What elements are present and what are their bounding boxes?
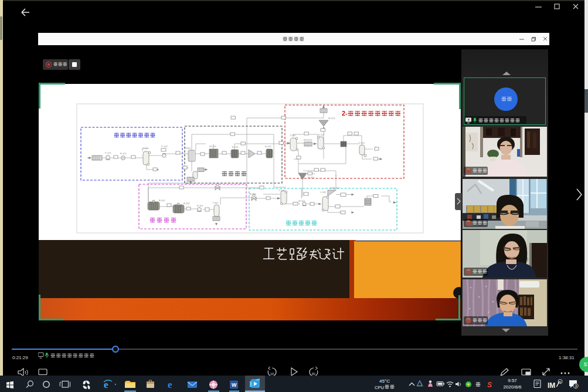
svg-text:Y-401: Y-401 (212, 201, 219, 204)
svg-text:9:57: 9:57 (508, 378, 517, 383)
svg-text:B-101: B-101 (120, 152, 127, 155)
svg-text:S: S (487, 381, 492, 389)
svg-text:E-201: E-201 (232, 146, 239, 148)
svg-text:PDA-712: PDA-712 (330, 187, 340, 190)
svg-text:e: e (168, 379, 172, 390)
svg-text:3: 3 (575, 384, 577, 388)
svg-text:B-400: B-400 (250, 192, 256, 195)
svg-text:45°C: 45°C (379, 379, 390, 384)
svg-text:IM: IM (548, 381, 555, 390)
svg-text:T-301: T-301 (359, 141, 365, 144)
svg-text:R201: R201 (185, 147, 191, 150)
svg-text:CPU: CPU (375, 385, 384, 390)
svg-text:M-401: M-401 (308, 176, 315, 179)
svg-text:W-201: W-201 (328, 117, 335, 120)
svg-text:P-102: P-102 (161, 145, 168, 148)
svg-text:T-501: T-501 (278, 189, 285, 192)
svg-text:3-102: 3-102 (318, 133, 325, 136)
svg-text:2020/8/6: 2020/8/6 (503, 384, 522, 390)
svg-text:T-201: T-201 (290, 134, 296, 137)
svg-text:2-: 2- (342, 110, 348, 117)
svg-text:B-401: B-401 (159, 199, 165, 202)
svg-text:E-401: E-401 (197, 204, 203, 207)
svg-text:B-402: B-402 (183, 202, 190, 205)
svg-text:B-232: B-232 (265, 145, 271, 148)
svg-text:P-101: P-101 (105, 151, 111, 154)
svg-text:T-101: T-101 (142, 147, 149, 150)
svg-text:1-332: 1-332 (320, 191, 327, 194)
svg-text:W: W (232, 382, 237, 388)
svg-text:W-201: W-201 (209, 145, 216, 148)
svg-text:W-301: W-301 (298, 200, 305, 202)
svg-text:EP1623: EP1623 (304, 138, 312, 141)
